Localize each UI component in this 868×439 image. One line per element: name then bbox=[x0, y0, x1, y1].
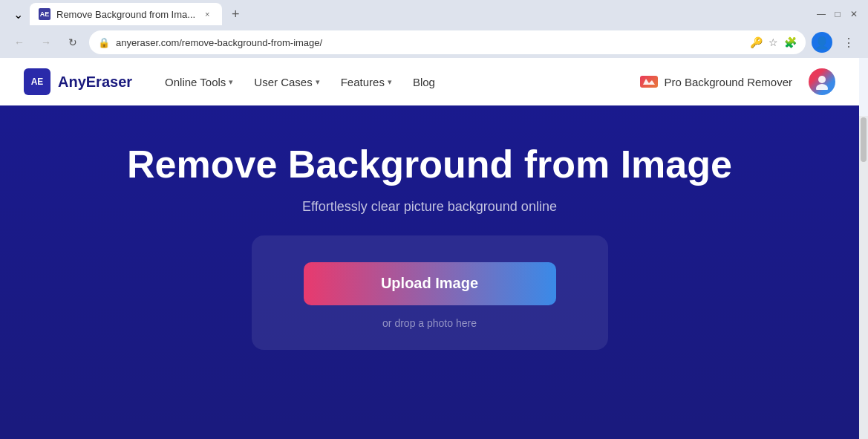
logo-text: AnyEraser bbox=[58, 74, 132, 91]
drop-hint: or drop a photo here bbox=[382, 317, 477, 329]
online-tools-chevron: ▾ bbox=[229, 77, 233, 87]
page-wrapper: ⌄ AE Remove Background from Ima... × + —… bbox=[0, 0, 868, 439]
profile-button[interactable]: 👤 bbox=[812, 32, 832, 53]
minimize-button[interactable]: — bbox=[816, 9, 826, 19]
nav-user-cases-label: User Cases bbox=[254, 76, 312, 88]
tab-bar: ⌄ AE Remove Background from Ima... × + bbox=[9, 3, 816, 25]
nav-features-label: Features bbox=[341, 76, 385, 88]
svg-point-1 bbox=[816, 84, 828, 90]
hero-subtitle: Effortlessly clear picture background on… bbox=[302, 199, 557, 215]
user-cases-chevron: ▾ bbox=[316, 77, 320, 87]
new-tab-button[interactable]: + bbox=[225, 4, 246, 25]
extensions-icon[interactable]: 🧩 bbox=[784, 36, 797, 48]
logo[interactable]: AE AnyEraser bbox=[24, 68, 132, 95]
address-bar-row: ← → ↻ 🔒 anyeraser.com/remove-background-… bbox=[0, 28, 868, 58]
nav-links: Online Tools ▾ User Cases ▾ Features ▾ B… bbox=[156, 70, 803, 94]
bookmark-icon[interactable]: ☆ bbox=[769, 36, 778, 48]
features-chevron: ▾ bbox=[388, 77, 392, 87]
tab-title: Remove Background from Ima... bbox=[56, 9, 195, 20]
nav-user-cases[interactable]: User Cases ▾ bbox=[245, 70, 328, 94]
site-nav: AE AnyEraser Online Tools ▾ User Cases ▾… bbox=[0, 58, 859, 105]
close-button[interactable]: ✕ bbox=[849, 9, 859, 19]
browser-chrome: ⌄ AE Remove Background from Ima... × + —… bbox=[0, 0, 868, 58]
nav-online-tools[interactable]: Online Tools ▾ bbox=[156, 70, 242, 94]
nav-online-tools-label: Online Tools bbox=[165, 76, 226, 88]
scrollbar-thumb[interactable] bbox=[861, 117, 867, 162]
address-icons: 🔑 ☆ 🧩 bbox=[750, 36, 797, 48]
hero-title: Remove Background from Image bbox=[127, 143, 732, 187]
upload-button-label: Upload Image bbox=[381, 275, 478, 292]
nav-pro[interactable]: Pro Background Remover bbox=[630, 70, 803, 94]
scrollbar[interactable] bbox=[859, 116, 868, 439]
password-icon[interactable]: 🔑 bbox=[750, 36, 763, 48]
upload-image-button[interactable]: Upload Image bbox=[304, 262, 556, 305]
title-bar: ⌄ AE Remove Background from Ima... × + —… bbox=[0, 0, 868, 28]
forward-button[interactable]: → bbox=[36, 32, 56, 53]
tab-list-button[interactable]: ⌄ bbox=[9, 5, 27, 23]
reload-button[interactable]: ↻ bbox=[62, 32, 83, 53]
website: AE AnyEraser Online Tools ▾ User Cases ▾… bbox=[0, 58, 859, 439]
tab-list-icon: ⌄ bbox=[13, 7, 23, 22]
upload-box: Upload Image or drop a photo here bbox=[252, 235, 608, 350]
active-tab[interactable]: AE Remove Background from Ima... × bbox=[30, 3, 222, 25]
maximize-button[interactable]: □ bbox=[832, 9, 843, 19]
back-button[interactable]: ← bbox=[9, 32, 30, 53]
tab-favicon: AE bbox=[39, 8, 50, 20]
nav-features[interactable]: Features ▾ bbox=[332, 70, 401, 94]
window-controls: — □ ✕ bbox=[816, 9, 859, 19]
menu-button[interactable]: ⋮ bbox=[838, 32, 859, 53]
address-text: anyeraser.com/remove-background-from-ima… bbox=[116, 37, 744, 48]
nav-blog-label: Blog bbox=[413, 76, 435, 88]
svg-point-0 bbox=[818, 76, 826, 83]
content-area: AE AnyEraser Online Tools ▾ User Cases ▾… bbox=[0, 58, 868, 439]
tab-close-button[interactable]: × bbox=[201, 8, 213, 20]
address-bar[interactable]: 🔒 anyeraser.com/remove-background-from-i… bbox=[89, 30, 806, 54]
logo-icon: AE bbox=[24, 68, 50, 95]
profile-icon: 👤 bbox=[815, 36, 829, 50]
nav-blog[interactable]: Blog bbox=[404, 70, 444, 94]
nav-pro-label: Pro Background Remover bbox=[664, 76, 792, 88]
pro-icon bbox=[640, 76, 658, 88]
avatar[interactable] bbox=[809, 68, 835, 95]
hero-section: Remove Background from Image Effortlessl… bbox=[0, 105, 859, 425]
